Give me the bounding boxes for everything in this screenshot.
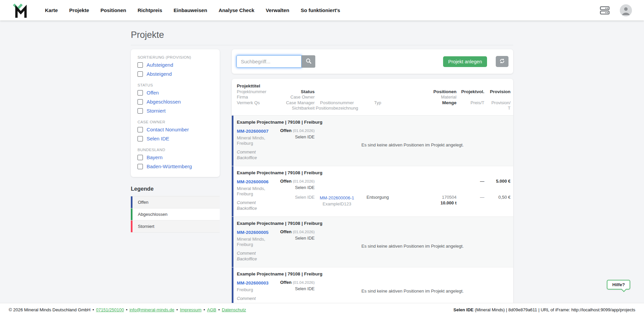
filter-option-bayern[interactable]: Bayern [138,153,213,162]
cards-icon[interactable] [599,6,610,15]
footer-link-07151-250100[interactable]: 07151/250100 [96,307,124,312]
position-material: 170504 [396,195,457,200]
legend-item: Offen [131,196,220,208]
checkbox-icon[interactable] [138,164,143,169]
nav-menu: KarteProjektePositionenRichtpreisEinbauw… [40,5,345,16]
footer-links: •07151/250100•info@mineral-minds.de•Impr… [91,307,246,312]
session-details: (Mineral Minds) | 8d09e879a611 | URL of … [474,307,635,312]
header-label: Firma [237,94,248,100]
nav-item-verwalten[interactable]: Verwalten [261,5,294,16]
search-icon [306,58,312,65]
nav-item-projekte[interactable]: Projekte [64,5,94,16]
help-button[interactable]: Hilfe? [607,280,630,290]
legend-item: Abgeschlossen [131,208,220,220]
session-info: Selen IDE (Mineral Minds) | 8d09e879a611… [453,307,635,312]
filter-option-label: Storniert [147,108,166,114]
filter-section-heading: BUNDESLAND [138,148,213,152]
filter-option-baden-württemberg[interactable]: Baden-Württemberg [138,162,213,171]
nav-item-einbauweisen[interactable]: Einbauweisen [169,5,212,16]
table-header: ProjekttitelProjektnummerFirmaVermerk Qs… [232,79,513,116]
filter-option-storniert[interactable]: Storniert [138,106,213,115]
filter-option-aufsteigend[interactable]: Aufsteigend [138,60,213,69]
filter-section-heading: STATUS [138,83,213,87]
filter-option-absteigend[interactable]: Absteigend [138,69,213,78]
nav-item-so-funktioniert-s[interactable]: So funktioniert's [296,5,345,16]
filter-option-contact-nonumber[interactable]: Contact Nonumber [138,125,213,134]
header-label: Provision/ [491,100,511,106]
nav-item-richtpreis[interactable]: Richtpreis [133,5,167,16]
project-status: Offen (01.04.2026) [277,280,315,285]
header-label: Provision [490,89,511,95]
header-label: Typ [374,100,381,106]
header-label: Positionsnummer [320,100,354,106]
sidebar: SORTIERUNG (PROVISION)AufsteigendAbsteig… [131,49,220,233]
search-button[interactable] [302,55,315,68]
nav-right [599,4,632,16]
position-type: Entsorgung [359,195,396,206]
checkbox-icon[interactable] [138,155,143,160]
status-label: Offen [280,179,291,184]
filter-option-label: Aufsteigend [147,62,173,68]
header-label: Positionsbezeichnung [316,106,358,111]
case-owner: Selen IDE [277,236,315,241]
project-status: Offen (01.04.2026) [277,229,315,234]
position-number-link[interactable]: MM-202600006-1 [320,195,354,200]
header-label: Positionen [433,89,457,95]
avatar-icon[interactable] [620,4,632,16]
position-provision-per-t: 0,50 € [484,195,511,206]
project-number-link[interactable]: MM-202600006 [237,179,269,184]
project-notes: Comment [237,296,277,301]
header-label: Case Owner [290,94,315,100]
checkbox-icon[interactable] [138,127,143,132]
header-column: ProjekttitelProjektnummerFirmaVermerk Qs [237,83,277,111]
filter-option-label: Bayern [147,154,163,161]
nav-item-karte[interactable]: Karte [40,5,62,16]
no-positions-message: Es sind keine aktiven Positionen im Proj… [315,242,511,249]
nav-item-analyse-check[interactable]: Analyse Check [214,5,259,16]
checkbox-icon[interactable] [138,99,143,105]
project-notes: Comment Backoffice [237,200,277,211]
nav-item-positionen[interactable]: Positionen [96,5,131,16]
checkbox-icon[interactable] [138,62,143,68]
project-number-link[interactable]: MM-202600007 [237,129,269,134]
filter-option-selen-ide[interactable]: Selen IDE [138,134,213,143]
footer-link-impressum[interactable]: Impressum [180,307,201,312]
position-case-manager: Selen IDE [277,195,315,206]
checkbox-icon[interactable] [138,136,143,141]
position-label: ExampleID123 [315,201,359,206]
project-number-link[interactable]: MM-202600005 [237,230,269,235]
filter-section-heading: CASE OWNER [138,120,213,124]
footer-link-agb[interactable]: AGB [207,307,216,312]
search-input[interactable] [236,55,302,68]
filter-option-label: Absteigend [147,71,172,77]
project-number-link[interactable]: MM-202600003 [237,280,269,286]
create-project-button[interactable]: Projekt anlegen [443,56,487,67]
header-column: ProvisionProvision/T [484,83,511,111]
no-positions-message: Es sind keine aktiven Positionen im Proj… [315,287,511,294]
filter-section-heading: SORTIERUNG (PROVISION) [138,55,213,59]
header-label: Status [301,89,315,95]
main-content: Projekte SORTIERUNG (PROVISION)Aufsteige… [131,20,513,307]
header-column: Projektvol.Preis/T [457,83,484,111]
no-positions-message: Es sind keine aktiven Positionen im Proj… [315,141,511,147]
project-title: Example Projectname | 79108 | Freiburg [237,271,511,276]
header-label: Projektnummer [237,89,266,95]
filter-option-offen[interactable]: Offen [138,88,213,97]
checkbox-icon[interactable] [138,90,143,96]
project-title: Example Projectname | 79108 | Freiburg [237,170,511,175]
projects-panel: Projekt anlegen [232,49,513,307]
project-price-per-t: — [457,179,484,190]
filter-option-abgeschlossen[interactable]: Abgeschlossen [138,97,213,106]
footer-separator: • [204,307,205,312]
checkbox-icon[interactable] [138,108,143,114]
legend-label: Storniert [132,224,154,229]
header-column: PositionenMaterialMenge [396,83,457,111]
page-title: Projekte [131,30,513,45]
footer-link-datenschutz[interactable]: Datenschutz [222,307,246,312]
refresh-button[interactable] [496,56,508,67]
checkbox-icon[interactable] [138,71,143,77]
filter-option-label: Abgeschlossen [147,99,181,105]
footer-link-info-mineral-minds-de[interactable]: info@mineral-minds.de [129,307,174,312]
mineral-minds-logo-icon[interactable] [12,2,28,18]
header-label: Projekttitel [237,83,260,89]
